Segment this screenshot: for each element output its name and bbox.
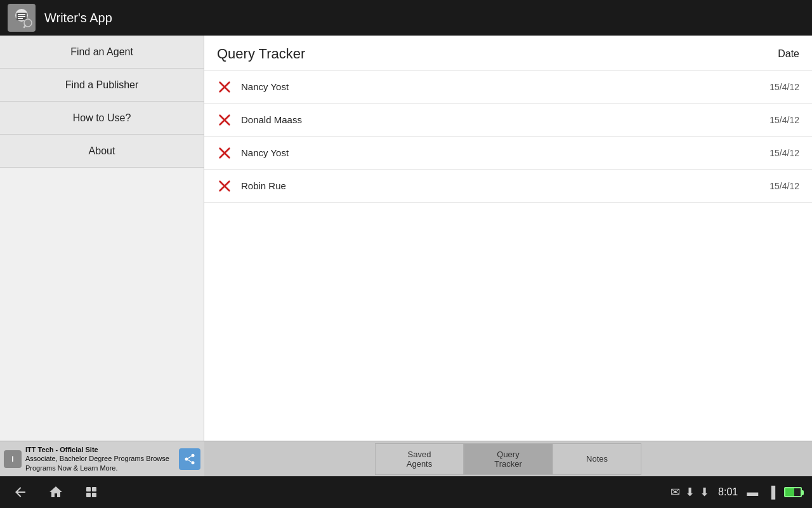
home-button[interactable]: [46, 482, 66, 502]
app-title: Writer's App: [44, 11, 112, 25]
entry-name: Nancy Yost: [241, 147, 763, 158]
app-header: Writer's App: [0, 0, 812, 36]
svg-line-18: [188, 456, 191, 458]
back-button[interactable]: [10, 482, 30, 502]
system-status-icons: ✉ ⬇ ⬇: [671, 485, 709, 499]
entry-date: 15/4/12: [769, 115, 799, 125]
query-row[interactable]: Donald Maass15/4/12: [204, 104, 812, 137]
system-bar: ✉ ⬇ ⬇ 8:01 ▬ ▐: [0, 476, 812, 508]
tab-notes[interactable]: Notes: [553, 443, 641, 475]
download-icon: ⬇: [685, 485, 695, 499]
battery-icon: [784, 487, 802, 497]
entry-name: Robin Rue: [241, 180, 763, 191]
query-list: Nancy Yost15/4/12 Donald Maass15/4/12 Na…: [204, 70, 812, 476]
sidebar-item-how-to-use[interactable]: How to Use?: [0, 102, 204, 135]
download2-icon: ⬇: [700, 485, 709, 499]
entry-date: 15/4/12: [769, 181, 799, 191]
svg-rect-20: [86, 487, 91, 491]
app-logo: [8, 4, 36, 32]
sidebar-item-about[interactable]: About: [0, 135, 204, 168]
gmail-icon: ✉: [671, 485, 680, 499]
ad-icon: i: [4, 450, 22, 468]
tab-query-tracker[interactable]: Query Tracker: [464, 443, 553, 475]
sidebar-item-find-agent[interactable]: Find an Agent: [0, 36, 204, 69]
svg-rect-2: [18, 14, 25, 15]
ad-banner: i ITT Tech - Official Site Associate, Ba…: [0, 441, 204, 476]
svg-line-6: [24, 25, 25, 27]
entry-date: 15/4/12: [769, 148, 799, 158]
entry-name: Donald Maass: [241, 114, 763, 125]
content-panel: Query Tracker Date Nancy Yost15/4/12 Don…: [204, 36, 812, 476]
query-tracker-title: Query Tracker: [217, 46, 305, 62]
query-row[interactable]: Robin Rue15/4/12: [204, 170, 812, 203]
wifi-icon: ▬: [747, 486, 758, 499]
svg-rect-22: [86, 493, 91, 497]
svg-point-17: [192, 461, 195, 464]
query-tracker-header: Query Tracker Date: [204, 36, 812, 70]
ad-share-button[interactable]: [179, 448, 200, 470]
delete-entry-button[interactable]: [217, 145, 232, 161]
delete-entry-button[interactable]: [217, 178, 232, 194]
svg-rect-21: [92, 487, 96, 491]
system-right-icons: ✉ ⬇ ⬇ 8:01 ▬ ▐: [671, 485, 802, 499]
query-row[interactable]: Nancy Yost15/4/12: [204, 137, 812, 170]
ad-title: ITT Tech - Official Site: [25, 446, 98, 453]
sidebar-item-find-publisher[interactable]: Find a Publisher: [0, 69, 204, 102]
svg-rect-23: [92, 493, 96, 497]
date-column-header: Date: [778, 48, 799, 60]
sidebar: Find an Agent Find a Publisher How to Us…: [0, 36, 204, 476]
ad-text: ITT Tech - Official Site Associate, Bach…: [25, 445, 175, 472]
recents-button[interactable]: [81, 482, 102, 502]
svg-point-15: [192, 453, 195, 457]
entry-date: 15/4/12: [769, 82, 799, 92]
delete-entry-button[interactable]: [217, 112, 232, 128]
delete-entry-button[interactable]: [217, 79, 232, 95]
svg-line-19: [188, 460, 191, 462]
ad-body: Associate, Bachelor Degree Programs Brow…: [25, 455, 169, 471]
signal-icon: ▐: [767, 486, 775, 499]
svg-rect-3: [18, 16, 25, 17]
bottom-tab-bar: Saved Agents Query Tracker Notes: [204, 441, 812, 476]
svg-rect-4: [18, 18, 23, 19]
entry-name: Nancy Yost: [241, 81, 763, 92]
system-time: 8:01: [718, 486, 738, 498]
svg-point-16: [185, 457, 188, 460]
query-row[interactable]: Nancy Yost15/4/12: [204, 70, 812, 104]
main-content: Find an Agent Find a Publisher How to Us…: [0, 36, 812, 476]
tab-saved-agents[interactable]: Saved Agents: [375, 443, 464, 475]
